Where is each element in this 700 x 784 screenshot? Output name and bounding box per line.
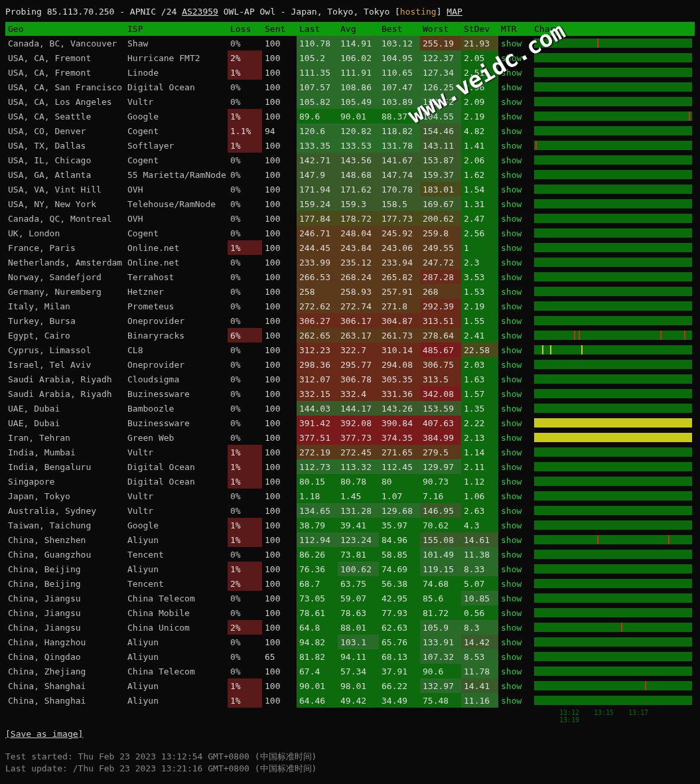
chart-cell xyxy=(531,445,695,459)
mtr-show-link[interactable]: show xyxy=(498,94,531,109)
mtr-show-link[interactable]: show xyxy=(498,123,531,138)
mtr-show-link[interactable]: show xyxy=(498,255,531,270)
chart-bar xyxy=(534,579,692,588)
mtr-show-link[interactable]: show xyxy=(498,518,531,532)
cell-isp: Aliyun xyxy=(125,562,228,576)
table-row: China, JiangsuChina Telecom0%10073.0559.… xyxy=(5,591,695,605)
mtr-show-link[interactable]: show xyxy=(498,138,531,153)
as-link[interactable]: AS23959 xyxy=(182,7,218,17)
mtr-show-link[interactable]: show xyxy=(498,65,531,80)
chart-cell xyxy=(531,678,695,693)
mtr-show-link[interactable]: show xyxy=(498,36,531,50)
cell-worst: 122.37 xyxy=(420,50,461,65)
cell-loss: 0% xyxy=(228,343,262,357)
cell-loss: 0% xyxy=(228,591,262,605)
col-stdev: StDev xyxy=(461,22,498,36)
mtr-show-link[interactable]: show xyxy=(498,226,531,240)
chart-cell xyxy=(531,591,695,605)
cell-isp: China Mobile xyxy=(125,605,228,620)
cell-sent: 100 xyxy=(262,547,297,562)
cell-loss: 0% xyxy=(228,80,262,94)
mtr-show-link[interactable]: show xyxy=(498,386,531,401)
chart-bar xyxy=(534,520,692,530)
mtr-show-link[interactable]: show xyxy=(498,562,531,576)
cell-stdev: 1.63 xyxy=(461,372,498,386)
chart-bar xyxy=(534,258,692,267)
cell-geo: Saudi Arabia, Riyadh xyxy=(5,386,125,401)
cell-loss: 0% xyxy=(228,196,262,211)
save-as-image-link[interactable]: [Save as image] xyxy=(5,729,83,739)
mtr-show-link[interactable]: show xyxy=(498,328,531,343)
table-row: USA, TX, DallasSoftlayer1%100133.35133.5… xyxy=(5,138,695,153)
cell-geo: Israel, Tel Aviv xyxy=(5,357,125,372)
mtr-show-link[interactable]: show xyxy=(498,547,531,562)
cell-sent: 100 xyxy=(262,167,297,182)
mtr-show-link[interactable]: show xyxy=(498,196,531,211)
mtr-show-link[interactable]: show xyxy=(498,635,531,649)
cell-geo: China, Shanghai xyxy=(5,693,125,708)
mtr-show-link[interactable]: show xyxy=(498,270,531,284)
col-last: Last xyxy=(297,22,338,36)
cell-loss: 0% xyxy=(228,153,262,167)
mtr-show-link[interactable]: show xyxy=(498,576,531,591)
map-link[interactable]: MAP xyxy=(447,7,462,17)
cell-avg: 322.7 xyxy=(338,343,379,357)
cell-best: 103.89 xyxy=(379,94,420,109)
cell-stdev: 4.3 xyxy=(461,518,498,532)
mtr-show-link[interactable]: show xyxy=(498,620,531,635)
chart-bar xyxy=(534,652,692,661)
mtr-show-link[interactable]: show xyxy=(498,299,531,313)
mtr-show-link[interactable]: show xyxy=(498,503,531,518)
mtr-show-link[interactable]: show xyxy=(498,532,531,547)
cell-geo: Saudi Arabia, Riyadh xyxy=(5,372,125,386)
cell-geo: USA, CA, Seattle xyxy=(5,109,125,123)
mtr-show-link[interactable]: show xyxy=(498,489,531,503)
mtr-show-link[interactable]: show xyxy=(498,50,531,65)
cell-worst: 287.28 xyxy=(420,270,461,284)
mtr-show-link[interactable]: show xyxy=(498,284,531,299)
mtr-show-link[interactable]: show xyxy=(498,416,531,430)
mtr-show-link[interactable]: show xyxy=(498,211,531,226)
mtr-show-link[interactable]: show xyxy=(498,357,531,372)
cell-sent: 100 xyxy=(262,605,297,620)
mtr-show-link[interactable]: show xyxy=(498,372,531,386)
cell-loss: 6% xyxy=(228,328,262,343)
cell-worst: 7.16 xyxy=(420,489,461,503)
mtr-show-link[interactable]: show xyxy=(498,109,531,123)
chart-cell xyxy=(531,313,695,328)
mtr-show-link[interactable]: show xyxy=(498,182,531,196)
chart-bar xyxy=(534,418,692,428)
mtr-show-link[interactable]: show xyxy=(498,459,531,474)
mtr-show-link[interactable]: show xyxy=(498,445,531,459)
mtr-show-link[interactable]: show xyxy=(498,313,531,328)
cell-geo: Egypt, Cairo xyxy=(5,328,125,343)
cell-avg: 78.63 xyxy=(338,605,379,620)
cell-stdev: 2.51 xyxy=(461,65,498,80)
mtr-show-link[interactable]: show xyxy=(498,591,531,605)
cell-loss: 2% xyxy=(228,620,262,635)
mtr-show-link[interactable]: show xyxy=(498,693,531,708)
cell-last: 80.15 xyxy=(297,474,338,489)
mtr-show-link[interactable]: show xyxy=(498,153,531,167)
chart-cell xyxy=(531,284,695,299)
mtr-show-link[interactable]: show xyxy=(498,401,531,416)
mtr-show-link[interactable]: show xyxy=(498,343,531,357)
table-row: China, BeijingAliyun1%10076.36100.6274.6… xyxy=(5,562,695,576)
mtr-show-link[interactable]: show xyxy=(498,430,531,445)
cell-avg: 306.17 xyxy=(338,313,379,328)
mtr-show-link[interactable]: show xyxy=(498,474,531,489)
chart-bar xyxy=(534,214,692,223)
mtr-show-link[interactable]: show xyxy=(498,649,531,664)
mtr-show-link[interactable]: show xyxy=(498,167,531,182)
mtr-show-link[interactable]: show xyxy=(498,605,531,620)
mtr-show-link[interactable]: show xyxy=(498,80,531,94)
mtr-show-link[interactable]: show xyxy=(498,240,531,255)
chart-cell xyxy=(531,328,695,343)
chart-cell xyxy=(531,459,695,474)
mtr-show-link[interactable]: show xyxy=(498,664,531,678)
cell-avg: 178.72 xyxy=(338,211,379,226)
mtr-show-link[interactable]: show xyxy=(498,678,531,693)
cell-last: 68.7 xyxy=(297,576,338,591)
cell-worst: 153.59 xyxy=(420,401,461,416)
cell-isp: Shaw xyxy=(125,36,228,50)
